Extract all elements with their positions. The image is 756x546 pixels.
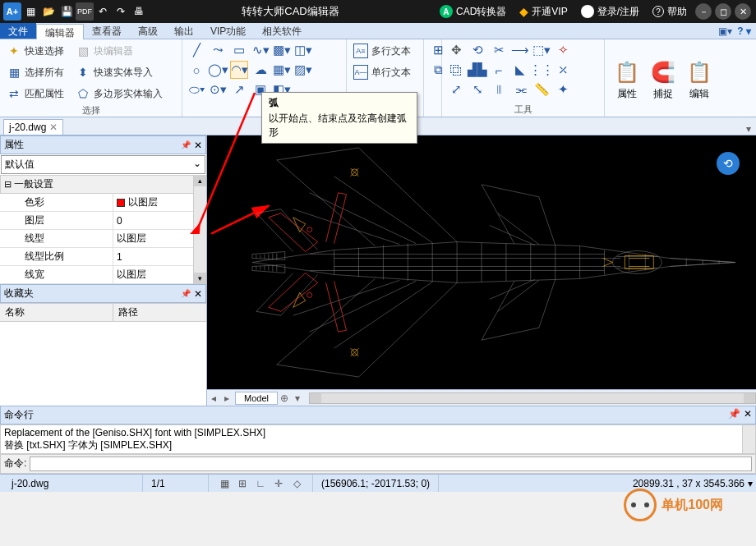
mtext-button[interactable]: A≡多行文本 — [352, 41, 418, 61]
move-icon[interactable]: ✥ — [447, 41, 465, 59]
block-tool-icon[interactable]: ◫▾ — [294, 41, 312, 59]
snap-button[interactable]: 🧲捕捉 — [646, 41, 680, 115]
circle2-icon[interactable]: ◯▾ — [209, 61, 227, 79]
join-icon[interactable]: ⫘ — [511, 80, 529, 99]
tab-dropdown-icon[interactable]: ▾ — [741, 123, 756, 135]
horizontal-scrollbar[interactable] — [309, 392, 756, 404]
arc-icon[interactable]: ◠▾ — [230, 61, 248, 79]
pattern-icon[interactable]: ▨▾ — [294, 61, 312, 79]
layers-icon[interactable]: ▣▾ — [718, 25, 732, 37]
table-icon[interactable]: ▦▾ — [273, 61, 291, 79]
measure-icon[interactable]: 📏 — [532, 80, 551, 99]
stretch-icon[interactable]: ⤢ — [447, 80, 465, 99]
panel-close-icon[interactable]: ✕ — [194, 140, 202, 151]
minimize-icon[interactable]: － — [695, 3, 712, 20]
close-icon[interactable]: ✕ — [735, 3, 751, 20]
extend-icon[interactable]: ⟶ — [511, 41, 529, 59]
tab-next-icon[interactable]: ▸ — [220, 392, 233, 404]
pin-icon[interactable]: 📌 — [181, 140, 191, 149]
chevron-down-icon: ⌄ — [193, 158, 201, 172]
group-select-label: 选择 — [5, 103, 177, 117]
edit-button[interactable]: 📋编辑 — [682, 41, 717, 115]
osnap-toggle-icon[interactable]: ◇ — [289, 476, 304, 491]
tab-prev-icon[interactable]: ◂ — [207, 392, 220, 404]
match-props-button[interactable]: ⇄匹配属性 — [5, 84, 66, 103]
help-button[interactable]: ?帮助 — [646, 0, 694, 23]
pdf-icon[interactable]: PDF — [76, 2, 94, 21]
polar-toggle-icon[interactable]: ✛ — [271, 476, 286, 491]
pin-icon[interactable]: 📌 — [181, 289, 191, 298]
point-icon[interactable]: ⊙▾ — [209, 80, 227, 99]
hatch-icon[interactable]: ▩▾ — [273, 41, 291, 59]
new-icon[interactable]: ▦ — [21, 2, 39, 21]
spline-icon[interactable]: ∿▾ — [251, 41, 270, 59]
vip-button[interactable]: ◆开通VIP — [513, 0, 574, 23]
ortho-toggle-icon[interactable]: ∟ — [253, 476, 268, 491]
quick-select-button[interactable]: ✦快速选择 — [5, 41, 66, 61]
menu-editor[interactable]: 编辑器 — [36, 24, 84, 39]
cmdlog-scrollbar[interactable] — [742, 425, 755, 453]
menu-help-icon[interactable]: ? ▾ — [737, 25, 751, 37]
fillet-icon[interactable]: ⌐ — [490, 61, 508, 79]
menu-file[interactable]: 文件 — [0, 23, 36, 39]
menu-vip[interactable]: VIP功能 — [202, 23, 254, 39]
print-icon[interactable]: 🖶 — [130, 2, 148, 21]
command-input[interactable] — [30, 457, 752, 471]
menu-related[interactable]: 相关软件 — [254, 23, 310, 39]
clean-icon[interactable]: ✦ — [554, 80, 572, 99]
copy-icon[interactable]: ⿻ — [447, 61, 465, 79]
mirror-icon[interactable]: ▟▙ — [468, 61, 486, 79]
rect-icon[interactable]: ▭ — [230, 41, 248, 59]
trim-icon[interactable]: ✂ — [490, 41, 508, 59]
dropdown-icon[interactable]: ⬚▾ — [532, 41, 551, 59]
fast-import-button[interactable]: ⬍快速实体导入 — [74, 62, 154, 82]
polygon-input-button[interactable]: ⬠多边形实体输入 — [74, 84, 164, 103]
save-icon[interactable]: 💾 — [58, 2, 76, 21]
block-editor-button[interactable]: ▧块编辑器 — [74, 41, 135, 61]
maximize-icon[interactable]: ◻ — [715, 3, 731, 20]
undo-icon[interactable]: ↶ — [94, 2, 112, 21]
app-logo[interactable]: A+ — [3, 2, 21, 21]
stext-button[interactable]: A—单行文本 — [352, 62, 418, 82]
menu-advanced[interactable]: 高级 — [130, 23, 166, 39]
cloud-icon[interactable]: ☁ — [251, 61, 270, 79]
tab-more-icon[interactable]: ⊕ — [278, 392, 291, 404]
compass-icon[interactable]: ⟲ — [717, 152, 740, 175]
circle-icon[interactable]: ○ — [187, 61, 205, 79]
menu-viewer[interactable]: 查看器 — [84, 23, 130, 39]
pin-icon[interactable]: 📌 — [728, 408, 740, 422]
drawing-canvas[interactable]: ⟲ — [207, 135, 756, 389]
break-icon[interactable]: ⤫ — [554, 61, 572, 79]
line-icon[interactable]: ╱ — [187, 41, 205, 59]
favorites-list — [0, 322, 206, 406]
fav-col-path: 路径 — [113, 304, 143, 321]
status-dropdown-icon[interactable]: ▾ — [748, 478, 753, 489]
grid-toggle-icon[interactable]: ▦ — [217, 476, 232, 491]
props-scrollbar[interactable]: ▴▾ — [193, 175, 206, 284]
login-button[interactable]: 登录/注册 — [574, 0, 646, 23]
polyline-icon[interactable]: ⤳ — [209, 41, 227, 59]
stext-icon: A— — [353, 65, 368, 80]
array-icon[interactable]: ⋮⋮ — [532, 61, 551, 79]
cad-converter-button[interactable]: ACAD转换器 — [433, 0, 513, 23]
snap-toggle-icon[interactable]: ⊞ — [235, 476, 250, 491]
rotate-icon[interactable]: ⟲ — [468, 41, 486, 59]
open-icon[interactable]: 📂 — [39, 2, 58, 21]
panel-close-icon[interactable]: ✕ — [194, 288, 202, 300]
menu-output[interactable]: 输出 — [166, 23, 202, 39]
props-combo[interactable]: 默认值⌄ — [1, 155, 205, 174]
ray-icon[interactable]: ↗ — [230, 80, 248, 99]
tab-close-icon[interactable]: ✕ — [49, 122, 58, 133]
document-tab[interactable]: j-20.dwg✕ — [3, 119, 63, 135]
explode-icon[interactable]: ✧ — [554, 41, 572, 59]
select-all-button[interactable]: ▦选择所有 — [5, 62, 66, 82]
properties-button[interactable]: 📋属性 — [610, 41, 644, 115]
scale-icon[interactable]: ⤡ — [468, 80, 486, 99]
redo-icon[interactable]: ↷ — [112, 2, 130, 21]
panel-close-icon[interactable]: ✕ — [744, 408, 752, 422]
offset-icon[interactable]: ⫴ — [490, 80, 508, 99]
model-tab[interactable]: Model — [235, 392, 278, 405]
props-section[interactable]: ⊟ 一般设置 — [0, 175, 206, 194]
ellipse-icon[interactable]: ⬭▾ — [187, 80, 205, 99]
chamfer-icon[interactable]: ◣ — [511, 61, 529, 79]
